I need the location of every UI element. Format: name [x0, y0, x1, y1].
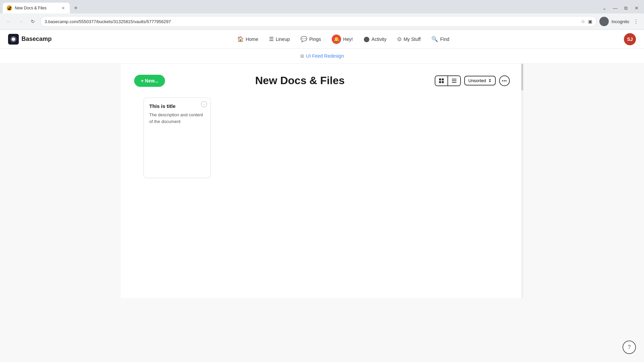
tab-close-button[interactable]: ✕ — [60, 5, 66, 11]
browser-chrome: 🏕 New Docs & Files ✕ + ⌄ — ⧉ ✕ ← → ↻ 3.b… — [0, 0, 644, 30]
doc-card-description: The description and content of the docum… — [149, 112, 205, 125]
hey-avatar: 🔔 — [332, 35, 341, 44]
svg-rect-6 — [452, 79, 457, 79]
new-button[interactable]: + New... — [134, 75, 165, 87]
nav-label-activity: Activity — [372, 37, 386, 42]
breadcrumb-project-link[interactable]: ⊞ UI Feed Redesign — [300, 53, 344, 59]
nav-item-hey[interactable]: 🔔 Hey! — [327, 33, 358, 46]
forward-button[interactable]: → — [16, 17, 25, 26]
back-button[interactable]: ← — [4, 17, 13, 26]
new-tab-button[interactable]: + — [71, 3, 80, 13]
bookmark-button[interactable]: ☆ — [581, 19, 585, 24]
nav-label-pings: Pings — [309, 37, 321, 42]
svg-rect-2 — [439, 78, 441, 80]
nav-item-home[interactable]: 🏠 Home — [232, 34, 263, 44]
mystuff-icon: ⊙ — [397, 36, 401, 42]
doc-menu-icon: ○ — [203, 103, 205, 106]
app-navbar: Basecamp 🏠 Home ☰ Lineup 💬 Pings 🔔 Hey! … — [0, 30, 644, 49]
browser-tab-active[interactable]: 🏕 New Docs & Files ✕ — [3, 3, 70, 13]
profile-label-text: Incognito — [611, 19, 629, 24]
nav-item-lineup[interactable]: ☰ Lineup — [264, 34, 294, 44]
sort-label: Unsorted — [468, 78, 486, 83]
help-icon: ? — [628, 344, 631, 350]
side-panel-button[interactable]: ▣ — [588, 19, 592, 24]
list-view-button[interactable] — [448, 76, 460, 85]
page-title: New Docs & Files — [165, 74, 435, 87]
docs-grid: ○ This is title The description and cont… — [134, 98, 510, 178]
doc-card-menu-button[interactable]: ○ — [201, 101, 207, 107]
svg-point-1 — [12, 38, 15, 41]
main-content: + New... New Docs & Files — [0, 64, 644, 362]
svg-rect-7 — [452, 80, 457, 81]
window-controls: ⌄ — ⧉ ✕ — [600, 3, 641, 13]
svg-rect-3 — [442, 78, 444, 80]
document-card[interactable]: ○ This is title The description and cont… — [144, 98, 211, 178]
more-icon: ••• — [502, 78, 507, 83]
browser-toolbar: ← → ↻ 3.basecamp.com/5550377/buckets/313… — [0, 13, 644, 29]
nav-label-lineup: Lineup — [276, 37, 290, 42]
scrollbar-thumb[interactable] — [521, 64, 523, 90]
browser-tab-bar: 🏕 New Docs & Files ✕ + ⌄ — ⧉ ✕ — [0, 0, 644, 13]
user-avatar[interactable]: SJ — [624, 33, 636, 45]
address-bar[interactable]: 3.basecamp.com/5550377/buckets/31325815/… — [40, 16, 597, 27]
svg-rect-5 — [442, 81, 444, 83]
content-wrapper: + New... New Docs & Files — [121, 64, 523, 298]
nav-label-find: Find — [440, 37, 449, 42]
svg-rect-8 — [452, 82, 457, 83]
lineup-icon: ☰ — [269, 36, 274, 42]
breadcrumb-project-name: UI Feed Redesign — [306, 53, 344, 59]
page-header: + New... New Docs & Files — [134, 74, 510, 87]
scrollbar-track[interactable] — [521, 64, 523, 298]
url-text: 3.basecamp.com/5550377/buckets/31325815/… — [45, 19, 578, 24]
browser-menu-button[interactable]: ⋮ — [632, 17, 640, 26]
user-initials: SJ — [627, 37, 633, 42]
nav-item-mystuff[interactable]: ⊙ My Stuff — [392, 34, 425, 44]
grid-view-button[interactable] — [435, 76, 448, 85]
tab-title: New Docs & Files — [15, 6, 58, 10]
nav-label-home: Home — [246, 37, 258, 42]
breadcrumb-grid-icon: ⊞ — [300, 53, 304, 59]
nav-label-mystuff: My Stuff — [404, 37, 421, 42]
tab-favicon: 🏕 — [7, 5, 12, 11]
minimize-button[interactable]: — — [610, 3, 620, 13]
more-options-button[interactable]: ••• — [499, 75, 510, 86]
breadcrumb-bar: ⊞ UI Feed Redesign — [0, 49, 644, 64]
sort-select[interactable]: Unsorted ⇕ — [464, 76, 496, 85]
window-close-button[interactable]: ✕ — [632, 3, 641, 13]
logo-text: Basecamp — [21, 36, 52, 43]
pings-icon: 💬 — [301, 36, 307, 42]
sort-chevron-icon: ⇕ — [488, 78, 492, 83]
reload-button[interactable]: ↻ — [28, 17, 38, 26]
help-button[interactable]: ? — [623, 341, 636, 354]
logo-icon — [8, 34, 19, 45]
activity-icon: ⬤ — [364, 36, 370, 42]
nav-item-find[interactable]: 🔍 Find — [427, 34, 454, 44]
toolbar-right: Unsorted ⇕ ••• — [435, 75, 510, 86]
svg-rect-4 — [439, 81, 441, 83]
app-nav-items: 🏠 Home ☰ Lineup 💬 Pings 🔔 Hey! ⬤ Activit… — [62, 33, 624, 46]
app-logo[interactable]: Basecamp — [8, 34, 52, 45]
incognito-profile-button[interactable] — [599, 17, 609, 26]
home-icon: 🏠 — [237, 36, 244, 42]
nav-label-hey: Hey! — [343, 37, 353, 42]
view-toggle — [435, 75, 461, 86]
doc-card-title: This is title — [149, 103, 205, 109]
tab-dropdown-button[interactable]: ⌄ — [600, 3, 609, 13]
nav-item-pings[interactable]: 💬 Pings — [296, 34, 326, 44]
find-icon: 🔍 — [431, 36, 438, 42]
nav-item-activity[interactable]: ⬤ Activity — [359, 34, 391, 44]
maximize-button[interactable]: ⧉ — [621, 3, 631, 13]
